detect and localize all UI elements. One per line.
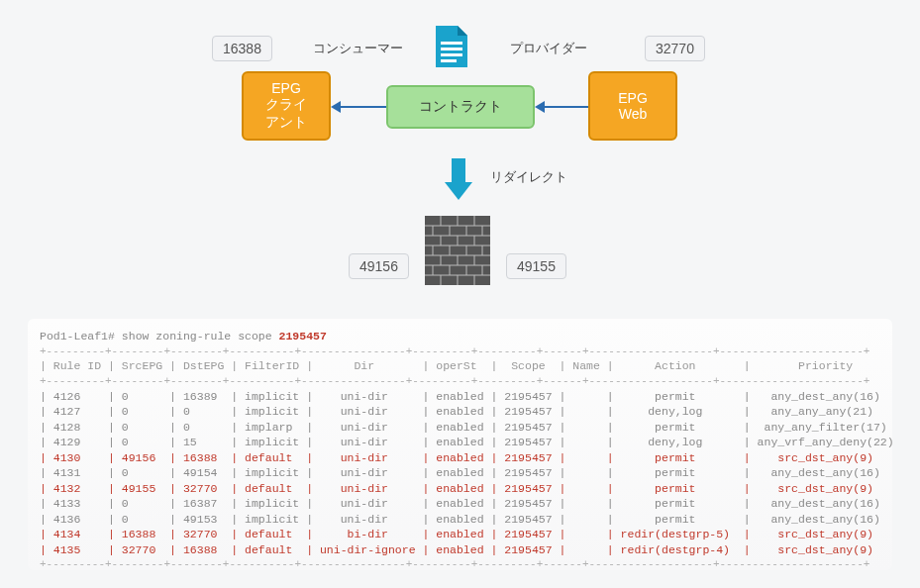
table-row: | 4128 | 0 | 0 | implarp | uni-dir | ena… [40, 420, 880, 436]
epg-web-box: EPG Web [588, 71, 677, 141]
redirect-arrow-stem [452, 158, 465, 182]
document-icon [432, 24, 471, 73]
provider-label: プロバイダー [510, 40, 587, 57]
arrow-head-left-1 [331, 101, 341, 113]
cli-command-line: Pod1-Leaf1# show zoning-rule scope 21954… [40, 329, 880, 344]
table-row: | 4132 | 49155 | 32770 | default | uni-d… [40, 481, 880, 497]
badge-fw-right: 49155 [506, 253, 566, 279]
table-row: | 4130 | 49156 | 16388 | default | uni-d… [40, 450, 880, 466]
table-header-row: | Rule ID | SrcEPG | DstEPG | FilterID |… [40, 358, 880, 374]
arrow-head-left-2 [535, 101, 545, 113]
table-divider-mid: +---------+--------+--------+----------+… [40, 374, 880, 389]
svg-rect-3 [441, 59, 457, 62]
table-row: | 4127 | 0 | 0 | implicit | uni-dir | en… [40, 404, 880, 420]
table-row: | 4126 | 0 | 16389 | implicit | uni-dir … [40, 389, 880, 405]
epg-client-box: EPG クライ アント [242, 71, 331, 141]
table-row: | 4134 | 16388 | 32770 | default | bi-di… [40, 527, 880, 542]
table-row: | 4131 | 0 | 49154 | implicit | uni-dir … [40, 465, 880, 481]
consumer-label: コンシューマー [313, 40, 403, 57]
arrow-contract-to-client [341, 106, 386, 108]
contract-box: コントラクト [386, 85, 535, 129]
svg-rect-2 [441, 53, 462, 56]
svg-rect-1 [441, 48, 462, 50]
redirect-arrow-head [445, 182, 472, 200]
arrow-web-to-contract [545, 106, 588, 108]
table-divider-top: +---------+--------+--------+----------+… [40, 344, 880, 359]
cli-prompt: Pod1-Leaf1# [40, 330, 115, 343]
table-row: | 4136 | 0 | 49153 | implicit | uni-dir … [40, 512, 880, 528]
svg-rect-0 [441, 42, 462, 45]
table-row: | 4133 | 0 | 16387 | implicit | uni-dir … [40, 496, 880, 512]
firewall-icon [425, 216, 490, 289]
cli-command: show zoning-rule scope [122, 330, 272, 343]
diagram-canvas: 16388 32770 コンシューマー プロバイダー EPG クライ アント E… [0, 0, 920, 588]
cli-output: Pod1-Leaf1# show zoning-rule scope 21954… [28, 319, 892, 570]
badge-epg-client-id: 16388 [212, 36, 272, 61]
table-divider-bot: +---------+--------+--------+----------+… [40, 557, 880, 570]
table-body: | 4126 | 0 | 16389 | implicit | uni-dir … [40, 389, 880, 558]
table-row: | 4135 | 32770 | 16388 | default | uni-d… [40, 542, 880, 558]
badge-fw-left: 49156 [349, 253, 409, 279]
redirect-label: リダイレクト [490, 168, 567, 186]
table-row: | 4129 | 0 | 15 | implicit | uni-dir | e… [40, 435, 880, 450]
cli-scope-arg: 2195457 [279, 330, 327, 343]
badge-epg-web-id: 32770 [645, 36, 705, 61]
